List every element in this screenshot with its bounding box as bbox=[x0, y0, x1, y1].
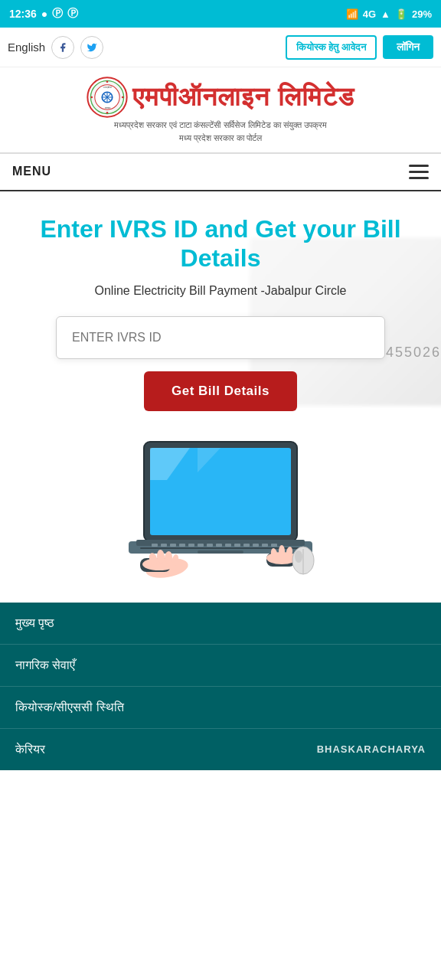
hamburger-line1 bbox=[409, 165, 429, 167]
get-bill-button[interactable]: Get Bill Details bbox=[144, 371, 297, 411]
menu-label: MENU bbox=[12, 165, 51, 178]
logo-main: मध्यप्रदेश सरकार एमपीऑनलाइन लिमिटेड bbox=[87, 77, 354, 118]
svg-rect-24 bbox=[179, 544, 185, 547]
svg-text:मध्यप्रदेश: मध्यप्रदेश bbox=[103, 86, 112, 89]
svg-rect-35 bbox=[198, 550, 243, 554]
svg-text:सरकार: सरकार bbox=[104, 107, 111, 109]
language-label[interactable]: English bbox=[8, 41, 45, 54]
svg-point-47 bbox=[295, 550, 302, 563]
main-heading: Enter IVRS ID and Get your Bill Details bbox=[15, 214, 426, 273]
emblem-icon: मध्यप्रदेश सरकार bbox=[87, 77, 128, 118]
menu-bar: MENU bbox=[0, 154, 441, 191]
logo-area: मध्यप्रदेश सरकार एमपीऑनलाइन लिमिटेड मध्य… bbox=[0, 67, 441, 154]
hamburger-line3 bbox=[409, 177, 429, 179]
svg-rect-30 bbox=[234, 544, 240, 547]
svg-rect-32 bbox=[253, 544, 259, 547]
logo-subtitle1: मध्यप्रदेश सरकार एवं टाटा कंसल्टेंसी सर्… bbox=[114, 119, 327, 131]
svg-rect-25 bbox=[188, 544, 194, 547]
top-nav: English कियोस्क हेतु आवेदन लॉगिन bbox=[0, 28, 441, 67]
time-display: 12:36 bbox=[9, 8, 37, 20]
footer-nav-item-kiosk[interactable]: कियोस्क/सीएससी स्थिति bbox=[0, 687, 441, 729]
laptop-svg bbox=[98, 434, 343, 587]
svg-rect-23 bbox=[170, 544, 176, 547]
svg-point-10 bbox=[106, 112, 109, 114]
hamburger-line2 bbox=[409, 171, 429, 173]
svg-rect-22 bbox=[161, 544, 167, 547]
battery-label: 29% bbox=[412, 8, 432, 20]
footer-home-label: मुख्य पृष्ठ bbox=[15, 616, 54, 630]
p-icon1: Ⓟ bbox=[52, 7, 63, 21]
kiosk-button[interactable]: कियोस्क हेतु आवेदन bbox=[286, 35, 377, 60]
hamburger-menu[interactable] bbox=[409, 165, 429, 179]
ivrs-input[interactable] bbox=[56, 316, 385, 359]
svg-rect-27 bbox=[207, 544, 213, 547]
status-left: 12:36 ● Ⓟ Ⓟ bbox=[9, 7, 78, 21]
status-right: 📶 4G ▲ 🔋 29% bbox=[346, 8, 432, 20]
svg-rect-20 bbox=[140, 547, 301, 549]
facebook-icon[interactable] bbox=[51, 36, 74, 59]
footer-kiosk-label: कियोस्क/सीएससी स्थिति bbox=[15, 701, 124, 714]
footer-career-badge: BHASKARACHARYA bbox=[317, 743, 426, 755]
laptop-illustration bbox=[15, 434, 426, 587]
footer-nav: मुख्य पृष्ठ नागरिक सेवाएँ कियोस्क/सीएससी… bbox=[0, 603, 441, 770]
top-nav-left: English bbox=[8, 36, 103, 59]
footer-nav-item-career[interactable]: केरियर BHASKARACHARYA bbox=[0, 729, 441, 770]
twitter-icon[interactable] bbox=[80, 36, 103, 59]
svg-rect-29 bbox=[225, 544, 231, 547]
network-label: 4G bbox=[363, 8, 376, 20]
svg-rect-26 bbox=[198, 544, 204, 547]
top-nav-right: कियोस्क हेतु आवेदन लॉगिन bbox=[286, 35, 433, 60]
footer-nav-item-home[interactable]: मुख्य पृष्ठ bbox=[0, 603, 441, 645]
status-bar: 12:36 ● Ⓟ Ⓟ 📶 4G ▲ 🔋 29% bbox=[0, 0, 441, 28]
svg-point-9 bbox=[122, 96, 124, 99]
logo-hindi-text: एमपीऑनलाइन लिमिटेड bbox=[132, 82, 354, 113]
p-icon2: Ⓟ bbox=[67, 7, 78, 21]
svg-rect-31 bbox=[243, 544, 250, 547]
logo-subtitle2: मध्य प्रदेश सरकार का पोर्टल bbox=[179, 132, 262, 144]
sim-icon: ● bbox=[41, 8, 47, 20]
main-subheading: Online Electricity Bill Payment -Jabalpu… bbox=[15, 284, 426, 298]
footer-career-label: केरियर bbox=[15, 743, 45, 756]
svg-point-11 bbox=[91, 96, 93, 99]
login-button[interactable]: लॉगिन bbox=[383, 35, 433, 59]
svg-rect-21 bbox=[152, 544, 158, 547]
svg-rect-34 bbox=[271, 544, 277, 547]
main-content: 4455026 Enter IVRS ID and Get your Bill … bbox=[0, 191, 441, 603]
svg-rect-33 bbox=[262, 544, 268, 547]
signal-icon: ▲ bbox=[381, 8, 390, 20]
network-icon: 📶 bbox=[346, 8, 358, 20]
ivrs-input-wrapper bbox=[15, 316, 426, 359]
logo-text: एमपीऑनलाइन लिमिटेड bbox=[132, 82, 354, 113]
svg-point-8 bbox=[106, 80, 109, 83]
footer-nav-item-citizen[interactable]: नागरिक सेवाएँ bbox=[0, 645, 441, 687]
svg-rect-28 bbox=[216, 544, 222, 547]
footer-citizen-label: नागरिक सेवाएँ bbox=[15, 658, 75, 672]
svg-point-49 bbox=[279, 545, 285, 557]
battery-icon: 🔋 bbox=[395, 8, 407, 20]
